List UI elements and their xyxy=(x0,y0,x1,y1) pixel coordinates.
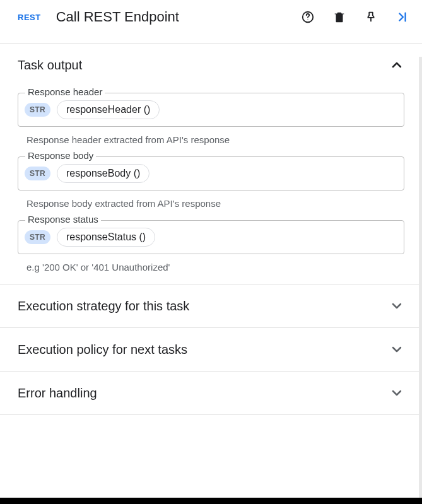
field-response-status: Response status STR responseStatus () xyxy=(18,220,404,254)
value-pill[interactable]: responseHeader () xyxy=(57,100,160,119)
section-title: Error handling xyxy=(18,386,97,401)
field-input-box[interactable]: STR responseBody () xyxy=(18,156,404,190)
panel-header: REST Call REST Endpoint xyxy=(0,0,422,35)
field-label: Response status xyxy=(25,214,101,225)
section-header-error-handling[interactable]: Error handling xyxy=(0,372,422,414)
section-title: Execution policy for next tasks xyxy=(18,343,187,357)
section-header-execution-strategy[interactable]: Execution strategy for this task xyxy=(0,284,422,327)
section-task-output: Task output Response header STR response… xyxy=(0,44,422,284)
section-execution-strategy: Execution strategy for this task xyxy=(0,284,422,328)
section-body-task-output: Response header STR responseHeader () Re… xyxy=(0,93,422,284)
value-pill[interactable]: responseBody () xyxy=(57,164,149,183)
header-actions xyxy=(301,10,409,24)
section-title: Execution strategy for this task xyxy=(18,299,189,314)
scrollbar[interactable] xyxy=(419,57,422,498)
section-header-task-output[interactable]: Task output xyxy=(0,44,422,81)
rest-badge: REST xyxy=(18,13,41,22)
help-icon[interactable] xyxy=(301,10,315,24)
section-error-handling: Error handling xyxy=(0,372,422,415)
field-response-header: Response header STR responseHeader () xyxy=(18,93,404,127)
bottom-border xyxy=(0,498,422,504)
section-header-execution-policy[interactable]: Execution policy for next tasks xyxy=(0,328,422,371)
chevron-down-icon xyxy=(389,342,404,357)
field-label: Response body xyxy=(25,150,96,161)
type-badge-str: STR xyxy=(25,103,50,117)
chevron-down-icon xyxy=(389,385,404,401)
field-input-box[interactable]: STR responseStatus () xyxy=(18,220,404,254)
svg-point-1 xyxy=(307,20,308,20)
field-input-box[interactable]: STR responseHeader () xyxy=(18,93,404,127)
type-badge-str: STR xyxy=(25,230,50,244)
collapse-panel-icon[interactable] xyxy=(396,10,409,24)
section-execution-policy: Execution policy for next tasks xyxy=(0,328,422,372)
field-help-text: Response body extracted from API's respo… xyxy=(26,198,404,209)
page-title: Call REST Endpoint xyxy=(56,9,293,25)
field-help-text: e.g '200 OK' or '401 Unauthorized' xyxy=(26,262,404,273)
delete-icon[interactable] xyxy=(332,10,346,24)
chevron-up-icon xyxy=(389,57,404,73)
field-help-text: Response header extracted from API's res… xyxy=(26,134,404,145)
section-title: Task output xyxy=(18,58,82,73)
field-label: Response header xyxy=(25,86,105,97)
value-pill[interactable]: responseStatus () xyxy=(57,228,155,247)
field-response-body: Response body STR responseBody () xyxy=(18,156,404,190)
chevron-down-icon xyxy=(389,298,404,314)
type-badge-str: STR xyxy=(25,167,50,180)
pin-icon[interactable] xyxy=(364,10,378,24)
